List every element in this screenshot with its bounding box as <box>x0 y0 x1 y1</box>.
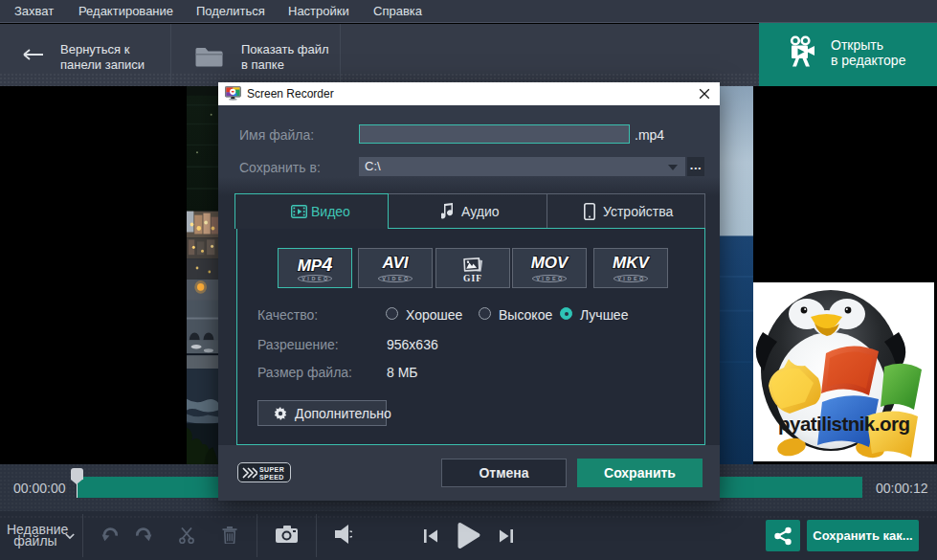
svg-text:pyatilistnik.org: pyatilistnik.org <box>778 413 910 435</box>
